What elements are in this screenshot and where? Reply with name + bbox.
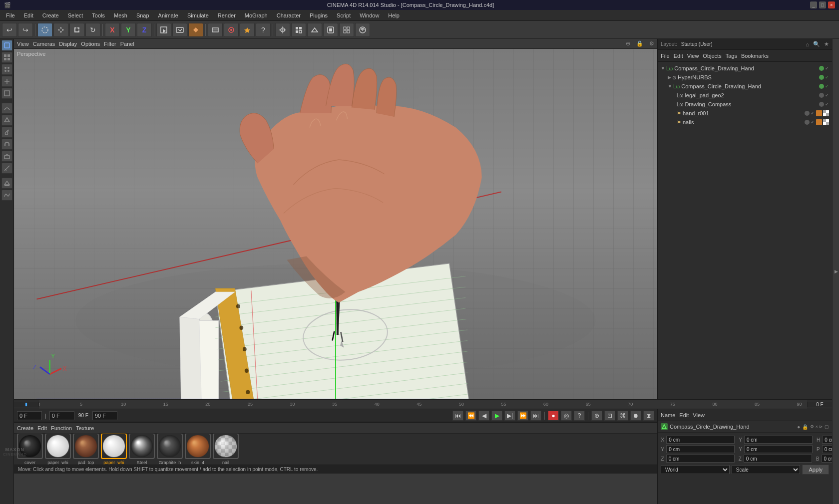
create-spline-button[interactable] (1, 103, 12, 114)
maximize-button[interactable]: □ (819, 1, 826, 8)
viewport-lock-icon[interactable]: 🔒 (636, 40, 643, 47)
measure-button[interactable] (1, 163, 12, 174)
coord-input-zx[interactable] (666, 455, 735, 463)
redo-button[interactable]: ↪ (18, 23, 33, 37)
live-selection-button[interactable] (37, 23, 52, 37)
x-axis-button[interactable]: X (105, 23, 120, 37)
tree-item-nails[interactable]: ⚑ nails ✓ (658, 118, 832, 127)
remove-keyframe-button[interactable]: ⊡ (604, 411, 615, 421)
menu-simulate[interactable]: Simulate (183, 11, 213, 19)
autokey-button[interactable] (240, 23, 255, 37)
mat-menu-create[interactable]: Create (17, 425, 33, 431)
tree-vis-5[interactable] (819, 102, 824, 107)
mat-menu-edit[interactable]: Edit (37, 425, 47, 431)
material-paper-white2[interactable]: paper_whi (101, 434, 127, 465)
menu-help[interactable]: Help (384, 11, 404, 19)
mat-menu-texture[interactable]: Texture (76, 425, 94, 431)
coord-input-yy[interactable] (744, 445, 813, 453)
menu-mesh[interactable]: Mesh (110, 11, 131, 19)
workplane-button[interactable] (307, 23, 322, 37)
prop-menu-view[interactable]: View (693, 412, 705, 418)
mode-edges-button[interactable] (1, 76, 12, 87)
close-button[interactable]: × (828, 1, 835, 8)
bookmark-icon[interactable]: ★ (824, 41, 829, 47)
viewport-menu-panel[interactable]: Panel (120, 41, 134, 47)
coord-input-zy[interactable] (744, 455, 812, 463)
coord-input-px[interactable] (666, 436, 735, 444)
mode-texture-button[interactable] (1, 52, 12, 63)
layout-value[interactable]: Startup (User) (681, 41, 713, 47)
render-active-view-button[interactable] (188, 23, 203, 37)
rpanel-menu-view[interactable]: View (687, 53, 699, 59)
menu-script[interactable]: Script (333, 11, 355, 19)
record-button[interactable] (224, 23, 239, 37)
render-options-button[interactable] (323, 23, 338, 37)
mesh-deformer-button[interactable] (1, 151, 12, 162)
rpanel-menu-edit[interactable]: Edit (674, 53, 683, 59)
mode-points-button[interactable] (1, 64, 12, 75)
material-paper-white[interactable]: paper_whi (45, 434, 71, 465)
material-steel[interactable]: Steel (129, 434, 155, 465)
playback-current-frame[interactable] (49, 411, 74, 420)
playback-settings-button[interactable]: ? (256, 23, 271, 37)
step-back-1-button[interactable]: ◀ (478, 411, 489, 421)
record-all-button[interactable]: ◎ (561, 411, 572, 421)
playback-start-frame[interactable] (17, 411, 42, 420)
right-collapse-tab[interactable]: ▶ (832, 39, 839, 504)
viewport-canvas[interactable]: Perspective (14, 49, 657, 399)
timeline-button[interactable] (208, 23, 223, 37)
step-forward-button[interactable]: ⏩ (517, 411, 528, 421)
magnet-button[interactable] (1, 139, 12, 150)
tree-vis-4[interactable] (819, 93, 824, 98)
scale-tool-button[interactable] (69, 23, 84, 37)
step-forward-1-button[interactable]: ▶| (504, 411, 515, 421)
undo-button[interactable]: ↩ (2, 23, 17, 37)
menu-window[interactable]: Window (356, 11, 383, 19)
autokey-playback-button[interactable]: ⌘ (617, 411, 628, 421)
tree-item-legal-pad[interactable]: Lω legal_pad_geo2 ✓ (658, 91, 832, 100)
record-active-button[interactable]: ● (548, 411, 559, 421)
material-skin[interactable]: skin_4 (185, 434, 211, 465)
menu-file[interactable]: File (2, 11, 19, 19)
coord-input-py[interactable] (744, 436, 813, 444)
rpanel-menu-file[interactable]: File (661, 53, 670, 59)
goto-start-button[interactable]: ⏮ (452, 411, 463, 421)
mode-model-button[interactable] (1, 40, 12, 51)
playback-end-frame[interactable] (92, 411, 117, 420)
coord-input-yx[interactable] (666, 445, 735, 453)
nurbs-button[interactable] (1, 190, 12, 201)
floor-button[interactable] (1, 178, 12, 189)
hud-button[interactable] (355, 23, 370, 37)
menu-edit[interactable]: Edit (20, 11, 37, 19)
menu-mograph[interactable]: MoGraph (241, 11, 272, 19)
tree-item-hand[interactable]: ⚑ hand_r001 ✓ (658, 109, 832, 118)
object-snap-button[interactable] (275, 23, 290, 37)
prop-world-dropdown[interactable]: World (661, 465, 730, 474)
viewport4-button[interactable] (339, 23, 354, 37)
rotate-tool-button[interactable]: ↻ (85, 23, 100, 37)
material-nail[interactable]: nail (213, 434, 239, 465)
move-tool-button[interactable] (53, 23, 68, 37)
obj-vis-dot[interactable]: ● (797, 424, 800, 430)
z-axis-button[interactable]: Z (137, 23, 152, 37)
menu-select[interactable]: Select (64, 11, 87, 19)
tree-item-compass-group[interactable]: ▼ Lω Compass_Circle_Drawing_Hand ✓ (658, 82, 832, 91)
record-help-button[interactable]: ? (574, 411, 585, 421)
viewport-expand-icon[interactable]: ⊕ (626, 40, 630, 47)
timeline-track[interactable]: 0 5 10 15 20 25 30 35 40 45 50 55 60 65 (39, 400, 807, 409)
rpanel-menu-objects[interactable]: Objects (703, 53, 721, 59)
goto-end-button[interactable]: ⏭ (530, 411, 541, 421)
y-axis-button[interactable]: Y (121, 23, 136, 37)
mat-menu-function[interactable]: Function (51, 425, 72, 431)
playback-mode-button[interactable]: ⧗ (643, 411, 654, 421)
menu-plugins[interactable]: Plugins (306, 11, 332, 19)
tree-vis-3[interactable] (819, 84, 824, 89)
home-icon[interactable]: ⌂ (806, 41, 809, 47)
create-polygon-button[interactable] (1, 115, 12, 126)
apply-button[interactable]: Apply (802, 465, 829, 475)
snap-settings-button[interactable] (291, 23, 306, 37)
menu-create[interactable]: Create (38, 11, 63, 19)
search-icon[interactable]: 🔍 (813, 41, 820, 47)
material-pad-top[interactable]: pad_top (73, 434, 99, 465)
tree-vis-7[interactable] (805, 120, 810, 125)
